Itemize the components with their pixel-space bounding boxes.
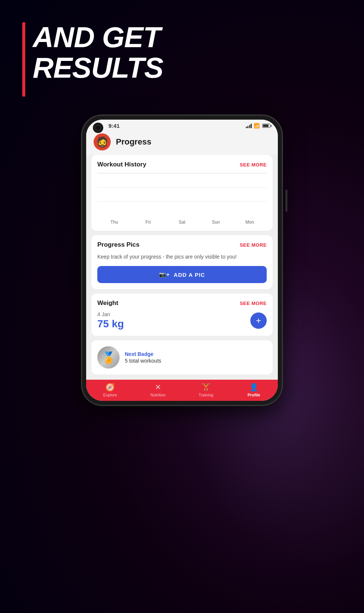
phone-shell: 9:41 📶 🧔 [82,115,282,405]
phone-screen: 9:41 📶 🧔 [86,120,278,401]
weight-number: 75 [97,318,109,330]
chart-bars [97,182,267,216]
workout-history-header: Workout History SEE MORE [97,161,267,168]
add-weight-button[interactable]: + [250,312,267,329]
signal-icon [246,124,252,128]
badge-icon: 🏅 [97,346,120,369]
profile-label: Profile [247,393,260,397]
workout-chart: Thu Fri Sat Sun Mon [97,173,267,225]
workout-history-title: Workout History [97,161,146,168]
weight-title: Weight [97,299,118,307]
training-label: Training [199,393,213,397]
label-sat: Sat [165,220,199,225]
progress-pics-description: Keep track of your progress - the pics a… [97,253,267,261]
progress-pics-see-more[interactable]: SEE MORE [240,242,267,248]
bottom-navigation: 🧭 Explore ✕ Nutrition 🏋 Training 👤 Profi… [86,380,278,401]
status-bar: 9:41 📶 [86,120,278,130]
battery-icon [262,124,270,128]
red-accent-bar [22,22,25,97]
camera-notch [93,123,103,133]
camera-plus-icon: 📷+ [159,271,170,278]
weight-header: Weight SEE MORE [97,299,267,307]
avatar-emoji: 🧔 [96,136,109,148]
status-time: 9:41 [108,123,120,129]
nav-profile[interactable]: 👤 Profile [230,383,278,397]
nav-explore[interactable]: 🧭 Explore [86,383,134,397]
nutrition-label: Nutrition [150,393,166,397]
grid-line-top [97,173,267,173]
workout-history-see-more[interactable]: SEE MORE [240,162,267,168]
profile-icon: 👤 [249,383,259,392]
add-pic-label: ADD A PIC [174,272,205,278]
headline-text: AND GET RESULTS [33,22,163,83]
nutrition-icon: ✕ [155,383,161,392]
workout-history-card: Workout History SEE MORE [91,155,273,231]
weight-value: 75 kg [97,318,124,330]
explore-icon: 🧭 [105,383,115,392]
bar-labels: Thu Fri Sat Sun Mon [97,220,267,225]
nav-nutrition[interactable]: ✕ Nutrition [134,383,182,397]
label-sun: Sun [199,220,233,225]
headline-section: AND GET RESULTS [22,22,163,83]
badge-info: Next Badge 5 total workouts [125,351,161,364]
phone-side-button [285,189,287,212]
label-thu: Thu [97,220,131,225]
wifi-icon: 📶 [254,123,260,129]
badge-description: 5 total workouts [125,358,161,364]
avatar: 🧔 [94,133,111,150]
phone-container: 9:41 📶 🧔 [82,115,282,405]
weight-info: 4 Jan 75 kg [97,311,124,330]
weight-row: 4 Jan 75 kg + [97,311,267,330]
weight-see-more[interactable]: SEE MORE [240,301,267,306]
label-mon: Mon [233,220,267,225]
nav-training[interactable]: 🏋 Training [182,383,230,397]
app-header: 🧔 Progress [86,130,278,155]
progress-pics-title: Progress Pics [97,241,139,249]
badge-card: 🏅 Next Badge 5 total workouts [91,340,273,374]
weight-unit: kg [112,318,124,330]
app-content: Workout History SEE MORE [86,155,278,380]
progress-pics-header: Progress Pics SEE MORE [97,241,267,249]
badge-label: Next Badge [125,351,161,357]
explore-label: Explore [103,393,117,397]
label-fri: Fri [131,220,165,225]
progress-pics-card: Progress Pics SEE MORE Keep track of you… [91,235,273,289]
status-icons: 📶 [246,123,271,129]
weight-date: 4 Jan [97,311,124,317]
page-title: Progress [116,137,151,147]
add-pic-button[interactable]: 📷+ ADD A PIC [97,266,267,283]
weight-card: Weight SEE MORE 4 Jan 75 kg + [91,293,273,336]
training-icon: 🏋 [201,383,211,392]
